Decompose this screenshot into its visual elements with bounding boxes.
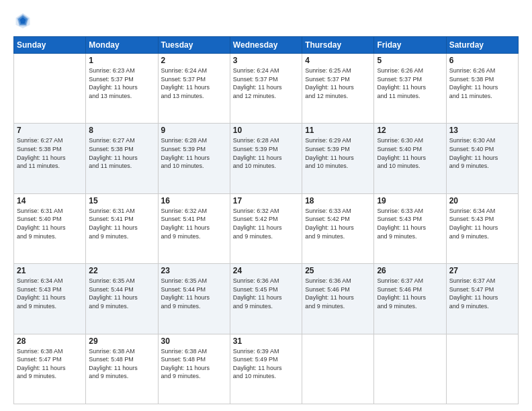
calendar-cell: 23Sunrise: 6:35 AM Sunset: 5:44 PM Dayli… — [158, 264, 230, 334]
calendar-day-header: Saturday — [446, 37, 518, 54]
day-number: 22 — [89, 266, 154, 275]
day-number: 10 — [233, 126, 299, 135]
day-number: 6 — [449, 56, 515, 65]
calendar-cell: 17Sunrise: 6:32 AM Sunset: 5:42 PM Dayli… — [230, 193, 302, 263]
day-number: 4 — [305, 56, 371, 65]
calendar-day-header: Thursday — [302, 37, 374, 54]
calendar-cell: 3Sunrise: 6:24 AM Sunset: 5:37 PM Daylig… — [230, 54, 302, 124]
day-info: Sunrise: 6:36 AM Sunset: 5:45 PM Dayligh… — [233, 277, 299, 310]
day-info: Sunrise: 6:35 AM Sunset: 5:44 PM Dayligh… — [161, 277, 227, 310]
day-info: Sunrise: 6:23 AM Sunset: 5:37 PM Dayligh… — [89, 66, 154, 100]
calendar-cell: 12Sunrise: 6:30 AM Sunset: 5:40 PM Dayli… — [374, 124, 446, 193]
day-number: 27 — [449, 266, 515, 275]
day-info: Sunrise: 6:33 AM Sunset: 5:42 PM Dayligh… — [305, 207, 371, 240]
calendar-day-header: Monday — [86, 37, 158, 54]
header — [13, 11, 519, 30]
calendar-day-header: Sunday — [14, 37, 86, 54]
day-number: 25 — [305, 266, 371, 275]
day-number: 7 — [17, 126, 83, 135]
day-info: Sunrise: 6:25 AM Sunset: 5:37 PM Dayligh… — [305, 66, 371, 100]
day-number: 31 — [233, 336, 299, 346]
calendar-cell: 16Sunrise: 6:32 AM Sunset: 5:41 PM Dayli… — [158, 193, 230, 263]
day-info: Sunrise: 6:26 AM Sunset: 5:38 PM Dayligh… — [449, 66, 515, 100]
calendar-cell: 15Sunrise: 6:31 AM Sunset: 5:41 PM Dayli… — [86, 193, 158, 263]
calendar-header-row: SundayMondayTuesdayWednesdayThursdayFrid… — [14, 37, 519, 54]
day-number: 13 — [449, 126, 515, 135]
calendar-cell: 5Sunrise: 6:26 AM Sunset: 5:37 PM Daylig… — [374, 54, 446, 124]
day-info: Sunrise: 6:27 AM Sunset: 5:38 PM Dayligh… — [17, 136, 83, 170]
calendar-week-row: 21Sunrise: 6:34 AM Sunset: 5:43 PM Dayli… — [14, 264, 519, 334]
calendar-cell: 25Sunrise: 6:36 AM Sunset: 5:46 PM Dayli… — [302, 264, 374, 334]
calendar-cell: 7Sunrise: 6:27 AM Sunset: 5:38 PM Daylig… — [14, 124, 86, 193]
day-info: Sunrise: 6:26 AM Sunset: 5:37 PM Dayligh… — [377, 66, 443, 100]
calendar-cell: 20Sunrise: 6:34 AM Sunset: 5:43 PM Dayli… — [446, 193, 518, 263]
day-number: 23 — [161, 266, 227, 275]
day-info: Sunrise: 6:35 AM Sunset: 5:44 PM Dayligh… — [89, 277, 154, 310]
day-number: 18 — [305, 196, 371, 205]
day-info: Sunrise: 6:36 AM Sunset: 5:46 PM Dayligh… — [305, 277, 371, 310]
day-info: Sunrise: 6:32 AM Sunset: 5:41 PM Dayligh… — [161, 207, 227, 240]
day-number: 17 — [233, 196, 299, 205]
day-number: 24 — [233, 266, 299, 275]
calendar-cell: 4Sunrise: 6:25 AM Sunset: 5:37 PM Daylig… — [302, 54, 374, 124]
page: SundayMondayTuesdayWednesdayThursdayFrid… — [0, 0, 532, 411]
calendar-cell: 6Sunrise: 6:26 AM Sunset: 5:38 PM Daylig… — [446, 54, 518, 124]
day-number: 28 — [17, 336, 83, 346]
day-number: 3 — [233, 56, 299, 65]
calendar-day-header: Tuesday — [158, 37, 230, 54]
day-number: 20 — [449, 196, 515, 205]
day-info: Sunrise: 6:29 AM Sunset: 5:39 PM Dayligh… — [305, 136, 371, 170]
calendar-cell: 30Sunrise: 6:38 AM Sunset: 5:48 PM Dayli… — [158, 334, 230, 404]
calendar-cell: 10Sunrise: 6:28 AM Sunset: 5:39 PM Dayli… — [230, 124, 302, 193]
day-number: 16 — [161, 196, 227, 205]
calendar-week-row: 1Sunrise: 6:23 AM Sunset: 5:37 PM Daylig… — [14, 54, 519, 124]
day-info: Sunrise: 6:38 AM Sunset: 5:47 PM Dayligh… — [17, 347, 83, 381]
day-number: 9 — [161, 126, 227, 135]
day-info: Sunrise: 6:24 AM Sunset: 5:37 PM Dayligh… — [233, 66, 299, 100]
day-number: 11 — [305, 126, 371, 135]
calendar-week-row: 7Sunrise: 6:27 AM Sunset: 5:38 PM Daylig… — [14, 124, 519, 193]
calendar-cell — [14, 54, 86, 124]
logo — [13, 11, 35, 30]
day-number: 8 — [89, 126, 154, 135]
calendar-cell: 22Sunrise: 6:35 AM Sunset: 5:44 PM Dayli… — [86, 264, 158, 334]
day-info: Sunrise: 6:31 AM Sunset: 5:40 PM Dayligh… — [17, 207, 83, 240]
calendar-cell: 21Sunrise: 6:34 AM Sunset: 5:43 PM Dayli… — [14, 264, 86, 334]
calendar-cell: 11Sunrise: 6:29 AM Sunset: 5:39 PM Dayli… — [302, 124, 374, 193]
calendar-cell: 2Sunrise: 6:24 AM Sunset: 5:37 PM Daylig… — [158, 54, 230, 124]
day-number: 21 — [17, 266, 83, 275]
day-number: 15 — [89, 196, 154, 205]
calendar-cell — [374, 334, 446, 404]
calendar-cell: 9Sunrise: 6:28 AM Sunset: 5:39 PM Daylig… — [158, 124, 230, 193]
day-number: 14 — [17, 196, 83, 205]
day-info: Sunrise: 6:37 AM Sunset: 5:47 PM Dayligh… — [449, 277, 515, 310]
day-info: Sunrise: 6:30 AM Sunset: 5:40 PM Dayligh… — [449, 136, 515, 170]
calendar-cell: 27Sunrise: 6:37 AM Sunset: 5:47 PM Dayli… — [446, 264, 518, 334]
day-info: Sunrise: 6:27 AM Sunset: 5:38 PM Dayligh… — [89, 136, 154, 170]
day-number: 5 — [377, 56, 443, 65]
day-number: 29 — [89, 336, 154, 346]
day-info: Sunrise: 6:38 AM Sunset: 5:48 PM Dayligh… — [161, 347, 227, 381]
calendar-cell: 1Sunrise: 6:23 AM Sunset: 5:37 PM Daylig… — [86, 54, 158, 124]
day-info: Sunrise: 6:33 AM Sunset: 5:43 PM Dayligh… — [377, 207, 443, 240]
calendar-week-row: 28Sunrise: 6:38 AM Sunset: 5:47 PM Dayli… — [14, 334, 519, 404]
day-info: Sunrise: 6:30 AM Sunset: 5:40 PM Dayligh… — [377, 136, 443, 170]
calendar-day-header: Friday — [374, 37, 446, 54]
calendar-cell: 24Sunrise: 6:36 AM Sunset: 5:45 PM Dayli… — [230, 264, 302, 334]
calendar-table: SundayMondayTuesdayWednesdayThursdayFrid… — [13, 36, 519, 404]
calendar-cell: 8Sunrise: 6:27 AM Sunset: 5:38 PM Daylig… — [86, 124, 158, 193]
calendar-cell: 29Sunrise: 6:38 AM Sunset: 5:48 PM Dayli… — [86, 334, 158, 404]
day-info: Sunrise: 6:34 AM Sunset: 5:43 PM Dayligh… — [449, 207, 515, 240]
day-number: 1 — [89, 56, 154, 65]
calendar-cell: 18Sunrise: 6:33 AM Sunset: 5:42 PM Dayli… — [302, 193, 374, 263]
calendar-day-header: Wednesday — [230, 37, 302, 54]
calendar-cell: 13Sunrise: 6:30 AM Sunset: 5:40 PM Dayli… — [446, 124, 518, 193]
calendar-cell: 19Sunrise: 6:33 AM Sunset: 5:43 PM Dayli… — [374, 193, 446, 263]
day-info: Sunrise: 6:38 AM Sunset: 5:48 PM Dayligh… — [89, 347, 154, 381]
day-info: Sunrise: 6:28 AM Sunset: 5:39 PM Dayligh… — [233, 136, 299, 170]
calendar-cell: 28Sunrise: 6:38 AM Sunset: 5:47 PM Dayli… — [14, 334, 86, 404]
day-number: 2 — [161, 56, 227, 65]
calendar-week-row: 14Sunrise: 6:31 AM Sunset: 5:40 PM Dayli… — [14, 193, 519, 263]
calendar-cell: 26Sunrise: 6:37 AM Sunset: 5:46 PM Dayli… — [374, 264, 446, 334]
calendar-cell: 31Sunrise: 6:39 AM Sunset: 5:49 PM Dayli… — [230, 334, 302, 404]
